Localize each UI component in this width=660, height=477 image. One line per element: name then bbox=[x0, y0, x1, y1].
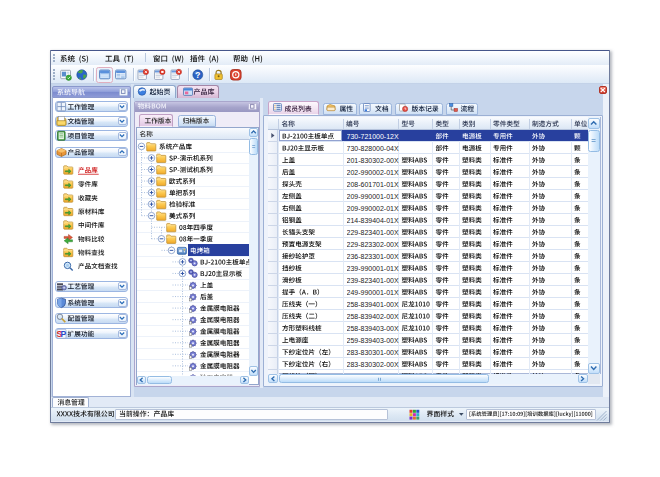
svg-text:?: ? bbox=[195, 70, 200, 80]
svg-text:P: P bbox=[60, 329, 66, 339]
